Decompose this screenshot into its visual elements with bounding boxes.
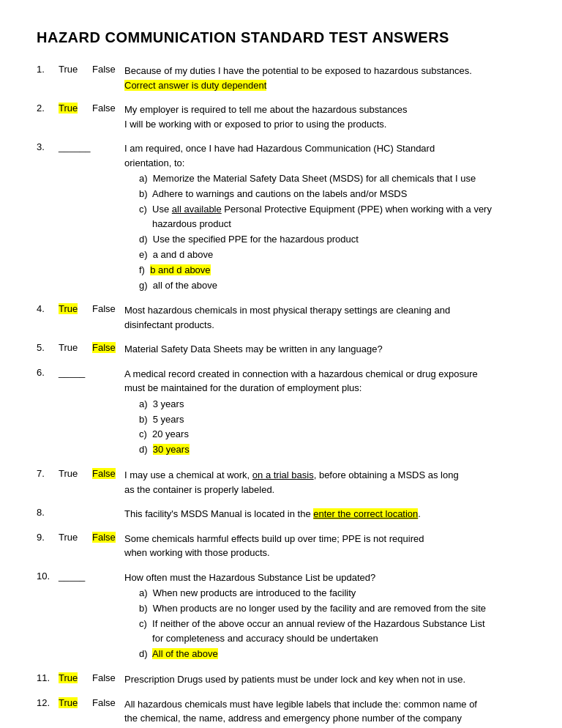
- answer-text: A medical record created in connection w…: [124, 367, 525, 458]
- list-item: c) 20 years: [124, 427, 525, 442]
- true-label: True: [59, 64, 88, 75]
- question-row: 1.TrueFalseBecause of my duties I have t…: [37, 64, 525, 92]
- true-false-area: TrueFalse: [59, 342, 124, 353]
- question-row: 7.TrueFalseI may use a chemical at work,…: [37, 468, 525, 497]
- blank-line: _____: [59, 571, 88, 582]
- answer-text: All hazardous chemicals must have legibl…: [124, 697, 525, 728]
- false-label: False: [92, 672, 121, 683]
- question-row: 8.This facility's MSDS Manual is located…: [37, 507, 525, 521]
- answer-text: I am required, once I have had Hazardous…: [124, 141, 525, 293]
- question-row: 3.______I am required, once I have had H…: [37, 141, 525, 293]
- true-label: True: [59, 697, 88, 708]
- list-item: d) 30 years: [124, 442, 525, 458]
- question-number: 11.: [37, 672, 59, 683]
- question-row: 2.TrueFalseMy employer is required to te…: [37, 103, 525, 131]
- list-item: a) 3 years: [124, 397, 525, 412]
- true-false-area: _____: [59, 367, 124, 378]
- question-number: 7.: [37, 468, 59, 479]
- list-item: b) Adhere to warnings and cautions on th…: [124, 187, 525, 202]
- blank-line: ______: [59, 141, 90, 152]
- false-label: False: [92, 468, 121, 479]
- question-row: 9.TrueFalseSome chemicals harmful effect…: [37, 532, 525, 560]
- list-item: g) all of the above: [124, 278, 525, 294]
- true-false-area: ______: [59, 141, 124, 152]
- list-item: d) Use the specified PPE for the hazardo…: [124, 232, 525, 248]
- true-false-area: TrueFalse: [59, 532, 124, 543]
- answer-text: This facility's MSDS Manual is located i…: [124, 507, 525, 521]
- false-label: False: [92, 532, 121, 543]
- question-row: 10._____How often must the Hazardous Sub…: [37, 571, 525, 662]
- list-item: c) Use all available Personal Protective…: [124, 202, 525, 233]
- question-number: 3.: [37, 141, 59, 152]
- true-false-area: TrueFalse: [59, 672, 124, 683]
- question-number: 8.: [37, 507, 59, 518]
- true-false-area: TrueFalse: [59, 468, 124, 479]
- question-row: 5.TrueFalseMaterial Safety Data Sheets m…: [37, 342, 525, 357]
- true-label: True: [59, 103, 88, 114]
- question-row: 12.TrueFalseAll hazardous chemicals must…: [37, 697, 525, 728]
- page-title: HAZARD COMMUNICATION STANDARD TEST ANSWE…: [37, 29, 525, 46]
- answer-text: How often must the Hazardous Substance L…: [124, 571, 525, 662]
- list-item: c) If neither of the above occur an annu…: [124, 617, 525, 647]
- question-number: 6.: [37, 367, 59, 378]
- question-number: 12.: [37, 697, 59, 708]
- answer-text: Prescription Drugs used by patients must…: [124, 672, 525, 687]
- question-number: 1.: [37, 64, 59, 75]
- list-item: b) When products are no longer used by t…: [124, 601, 525, 617]
- answer-text: Most hazardous chemicals in most physica…: [124, 303, 525, 332]
- question-row: 4.TrueFalseMost hazardous chemicals in m…: [37, 303, 525, 332]
- true-false-area: TrueFalse: [59, 64, 124, 75]
- question-number: 2.: [37, 103, 59, 114]
- false-label: False: [92, 697, 121, 708]
- question-number: 5.: [37, 342, 59, 353]
- false-label: False: [92, 303, 121, 314]
- false-label: False: [92, 64, 121, 75]
- blank-line: _____: [59, 367, 88, 378]
- answer-text: I may use a chemical at work, on a trial…: [124, 468, 525, 497]
- true-label: True: [59, 468, 88, 479]
- list-item: a) When new products are introduced to t…: [124, 586, 525, 601]
- false-label: False: [92, 103, 121, 114]
- true-false-area: TrueFalse: [59, 303, 124, 314]
- list-item: a) Memorize the Material Safety Data She…: [124, 171, 525, 187]
- question-number: 10.: [37, 571, 59, 582]
- true-false-area: TrueFalse: [59, 697, 124, 708]
- list-item: e) a and d above: [124, 248, 525, 263]
- true-label: True: [59, 342, 88, 353]
- list-item: b) 5 years: [124, 412, 525, 428]
- answer-text: My employer is required to tell me about…: [124, 103, 525, 131]
- list-item: d) All of the above: [124, 647, 525, 662]
- answer-text: Because of my duties I have the potentia…: [124, 64, 525, 92]
- answer-text: Material Safety Data Sheets may be writt…: [124, 342, 525, 357]
- true-label: True: [59, 303, 88, 314]
- true-label: True: [59, 672, 88, 683]
- answer-text: Some chemicals harmful effects build up …: [124, 532, 525, 560]
- true-label: True: [59, 532, 88, 543]
- true-false-area: _____: [59, 571, 124, 582]
- question-number: 9.: [37, 532, 59, 543]
- true-false-area: TrueFalse: [59, 103, 124, 114]
- question-row: 6._____A medical record created in conne…: [37, 367, 525, 458]
- false-label: False: [92, 342, 121, 353]
- question-number: 4.: [37, 303, 59, 314]
- list-item: f) b and d above: [124, 263, 525, 278]
- question-row: 11.TrueFalsePrescription Drugs used by p…: [37, 672, 525, 687]
